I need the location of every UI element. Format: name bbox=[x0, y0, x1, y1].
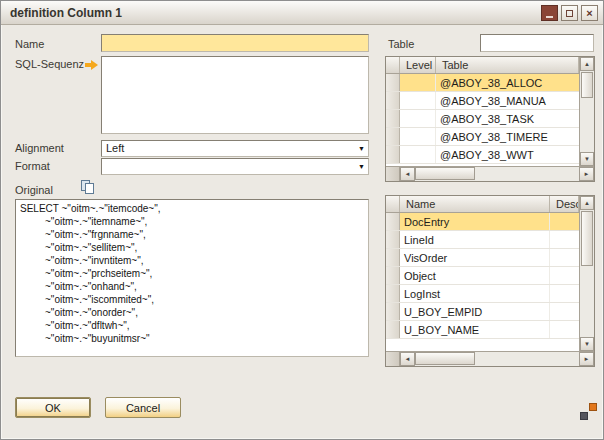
field-desc-cell bbox=[550, 267, 579, 284]
row-selector[interactable] bbox=[386, 285, 400, 302]
column-header-spacer bbox=[386, 57, 400, 73]
vertical-scrollbar[interactable]: ▲ ▼ bbox=[579, 196, 594, 351]
name-label: Name bbox=[15, 38, 44, 50]
cancel-button[interactable]: Cancel bbox=[105, 397, 181, 418]
table-row[interactable]: @ABOY_38_TIMERE bbox=[386, 128, 579, 146]
tables-grid-header: Level Table bbox=[386, 57, 579, 74]
scrollbar-track[interactable] bbox=[415, 167, 579, 181]
field-name-cell: Object bbox=[400, 267, 550, 284]
table-input[interactable] bbox=[480, 34, 594, 52]
tables-grid-rows: @ABOY_38_ALLOC @ABOY_38_MANUA @ABOY_38_T… bbox=[386, 74, 579, 164]
scroll-right-button[interactable]: ► bbox=[579, 352, 594, 366]
tables-grid: Level Table @ABOY_38_ALLOC @ABOY_38_MANU… bbox=[385, 56, 595, 182]
scrollbar-thumb[interactable] bbox=[581, 72, 593, 98]
field-name-cell: DocEntry bbox=[400, 213, 550, 230]
column-header-name[interactable]: Name bbox=[400, 196, 550, 212]
format-select[interactable]: ▼ bbox=[101, 158, 369, 175]
scrollbar-thumb[interactable] bbox=[415, 352, 475, 365]
field-row[interactable]: LogInst bbox=[386, 285, 579, 303]
table-row[interactable]: @ABOY_38_ALLOC bbox=[386, 74, 579, 92]
close-button[interactable]: × bbox=[581, 5, 598, 21]
row-selector[interactable] bbox=[386, 74, 400, 91]
field-row[interactable]: VisOrder bbox=[386, 249, 579, 267]
field-desc-cell bbox=[550, 321, 579, 338]
close-icon: × bbox=[586, 8, 592, 19]
table-row[interactable]: @ABOY_38_WWT bbox=[386, 146, 579, 164]
chevron-down-icon: ▼ bbox=[358, 145, 365, 152]
alignment-select[interactable]: Left ▼ bbox=[101, 140, 369, 157]
copy-icon[interactable] bbox=[81, 180, 97, 196]
column-header-desc[interactable]: Desc bbox=[550, 196, 579, 212]
row-selector[interactable] bbox=[386, 231, 400, 248]
table-label: Table bbox=[388, 38, 414, 50]
field-row[interactable]: U_BOY_NAME bbox=[386, 321, 579, 339]
window-controls: × bbox=[541, 5, 598, 21]
table-name-cell: @ABOY_38_WWT bbox=[436, 146, 579, 163]
row-selector[interactable] bbox=[386, 213, 400, 230]
scroll-down-button[interactable]: ▼ bbox=[580, 337, 594, 351]
table-name-cell: @ABOY_38_MANUA bbox=[436, 92, 579, 109]
ok-button[interactable]: OK bbox=[15, 397, 91, 418]
horizontal-scrollbar[interactable]: ◄ ► bbox=[386, 166, 594, 181]
level-cell bbox=[400, 74, 436, 91]
level-cell bbox=[400, 92, 436, 109]
column-header-table[interactable]: Table bbox=[436, 57, 579, 73]
field-desc-cell bbox=[550, 285, 579, 302]
original-label: Original bbox=[15, 184, 53, 196]
link-arrow-icon[interactable] bbox=[85, 60, 99, 70]
scroll-up-button[interactable]: ▲ bbox=[580, 196, 594, 210]
column-header-level[interactable]: Level bbox=[400, 57, 436, 73]
scroll-down-button[interactable]: ▼ bbox=[580, 152, 594, 166]
scroll-left-button[interactable]: ◄ bbox=[400, 352, 415, 366]
level-cell bbox=[400, 128, 436, 145]
row-selector[interactable] bbox=[386, 92, 400, 109]
column-header-spacer bbox=[386, 196, 400, 212]
alignment-value: Left bbox=[106, 142, 124, 155]
original-sql-box[interactable]: SELECT ~"oitm~.~"itemcode~", ~"oitm~.~"i… bbox=[15, 199, 369, 357]
definition-column-dialog: definition Column 1 × Name SQL-Sequenz A… bbox=[0, 0, 604, 440]
field-row[interactable]: LineId bbox=[386, 231, 579, 249]
scrollbar-track[interactable] bbox=[415, 352, 579, 366]
scrollbar-corner bbox=[386, 167, 400, 181]
row-selector[interactable] bbox=[386, 321, 400, 338]
vertical-scrollbar[interactable]: ▲ ▼ bbox=[579, 57, 594, 166]
row-selector[interactable] bbox=[386, 128, 400, 145]
field-row[interactable]: DocEntry bbox=[386, 213, 579, 231]
name-input[interactable] bbox=[101, 34, 369, 52]
sql-sequenz-box[interactable] bbox=[101, 56, 369, 134]
scroll-left-button[interactable]: ◄ bbox=[400, 167, 415, 181]
title-bar: definition Column 1 × bbox=[1, 1, 603, 25]
field-desc-cell bbox=[550, 249, 579, 266]
expand-icon[interactable] bbox=[580, 403, 597, 420]
scrollbar-thumb[interactable] bbox=[581, 211, 593, 266]
field-desc-cell bbox=[550, 303, 579, 320]
row-selector[interactable] bbox=[386, 146, 400, 163]
level-cell bbox=[400, 110, 436, 127]
field-row[interactable]: U_BOY_EMPID bbox=[386, 303, 579, 321]
field-desc-cell bbox=[550, 231, 579, 248]
field-row[interactable]: Object bbox=[386, 267, 579, 285]
fields-grid: Name Desc DocEntry LineId VisOrder Objec bbox=[385, 195, 595, 367]
table-name-cell: @ABOY_38_TASK bbox=[436, 110, 579, 127]
maximize-button[interactable] bbox=[561, 5, 578, 21]
row-selector[interactable] bbox=[386, 249, 400, 266]
alignment-label: Alignment bbox=[15, 142, 64, 154]
field-name-cell: LineId bbox=[400, 231, 550, 248]
table-row[interactable]: @ABOY_38_TASK bbox=[386, 110, 579, 128]
level-cell bbox=[400, 146, 436, 163]
minimize-button[interactable] bbox=[541, 5, 558, 21]
scroll-up-button[interactable]: ▲ bbox=[580, 57, 594, 71]
minimize-icon bbox=[546, 16, 553, 18]
scrollbar-corner bbox=[386, 352, 400, 366]
row-selector[interactable] bbox=[386, 267, 400, 284]
horizontal-scrollbar[interactable]: ◄ ► bbox=[386, 351, 594, 366]
row-selector[interactable] bbox=[386, 110, 400, 127]
table-name-cell: @ABOY_38_TIMERE bbox=[436, 128, 579, 145]
scrollbar-thumb[interactable] bbox=[415, 167, 475, 180]
window-title: definition Column 1 bbox=[10, 6, 122, 20]
scroll-right-button[interactable]: ► bbox=[579, 167, 594, 181]
row-selector[interactable] bbox=[386, 303, 400, 320]
field-name-cell: U_BOY_NAME bbox=[400, 321, 550, 338]
table-row[interactable]: @ABOY_38_MANUA bbox=[386, 92, 579, 110]
field-name-cell: LogInst bbox=[400, 285, 550, 302]
